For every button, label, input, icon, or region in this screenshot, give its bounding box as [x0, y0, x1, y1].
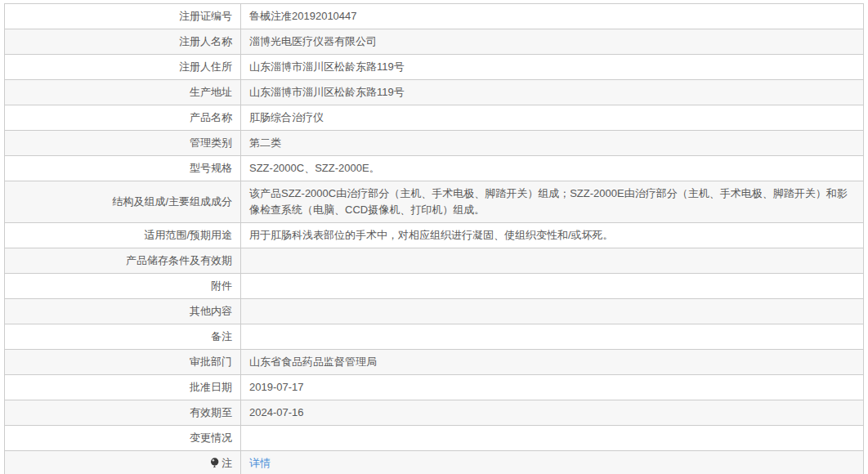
table-row: 型号规格 SZZ-2000C、SZZ-2000E。: [5, 156, 864, 181]
table-row: 注 详情: [5, 451, 864, 474]
row-value: 山东省食品药品监督管理局: [249, 356, 377, 368]
row-label-cell: 管理类别: [5, 131, 241, 156]
table-row: 产品储存条件及有效期: [5, 248, 864, 274]
row-value-cell: 肛肠综合治疗仪: [241, 105, 864, 131]
note-balloon-icon: [210, 457, 220, 467]
row-label: 型号规格: [190, 162, 232, 174]
row-label-cell: 型号规格: [5, 156, 241, 181]
row-label-cell: 审批部门: [5, 350, 241, 375]
row-label-cell: 注: [5, 451, 241, 474]
row-label: 结构及组成/主要组成成分: [112, 195, 232, 208]
row-value-cell: [241, 324, 864, 350]
table-row: 结构及组成/主要组成成分 该产品SZZ-2000C由治疗部分（主机、手术电极、脚…: [5, 181, 864, 223]
registration-table: 注册证编号 鲁械注准20192010447 注册人名称 淄博光电医疗仪器有限公司…: [4, 3, 864, 474]
table-row: 注册人名称 淄博光电医疗仪器有限公司: [5, 29, 864, 55]
row-value: 肛肠综合治疗仪: [249, 111, 324, 123]
table-row: 适用范围/预期用途 用于肛肠科浅表部位的手术中，对相应组织进行凝固、使组织变性和…: [5, 223, 864, 248]
row-value-cell: 详情: [241, 451, 864, 474]
row-label-cell: 结构及组成/主要组成成分: [5, 181, 241, 223]
row-label-cell: 注册人名称: [5, 29, 241, 55]
row-value-cell: 山东省食品药品监督管理局: [241, 350, 864, 375]
row-value: 第二类: [249, 136, 281, 149]
row-label-cell: 其他内容: [5, 299, 241, 324]
row-value: 2019-07-17: [249, 381, 304, 393]
row-value: 用于肛肠科浅表部位的手术中，对相应组织进行凝固、使组织变性和/或坏死。: [249, 229, 614, 241]
row-label: 适用范围/预期用途: [144, 229, 232, 241]
row-label-cell: 备注: [5, 324, 241, 350]
row-label: 注册证编号: [179, 10, 232, 22]
row-value: 淄博光电医疗仪器有限公司: [249, 35, 377, 47]
row-label: 备注: [211, 330, 232, 342]
table-row: 有效期至 2024-07-16: [5, 400, 864, 426]
row-label: 产品储存条件及有效期: [126, 254, 232, 266]
row-value-cell: 用于肛肠科浅表部位的手术中，对相应组织进行凝固、使组织变性和/或坏死。: [241, 223, 864, 248]
row-label: 注: [221, 457, 232, 469]
table-row: 批准日期 2019-07-17: [5, 375, 864, 400]
detail-link[interactable]: 详情: [249, 457, 271, 469]
row-label: 产品名称: [190, 111, 232, 123]
table-row: 审批部门 山东省食品药品监督管理局: [5, 350, 864, 375]
row-value: SZZ-2000C、SZZ-2000E。: [249, 162, 380, 174]
row-label: 审批部门: [190, 356, 232, 368]
row-label: 管理类别: [190, 136, 232, 149]
row-label-cell: 注册人住所: [5, 55, 241, 80]
row-label-cell: 批准日期: [5, 375, 241, 400]
table-row: 管理类别 第二类: [5, 131, 864, 156]
row-value-cell: 鲁械注准20192010447: [241, 4, 864, 29]
row-value-cell: 淄博光电医疗仪器有限公司: [241, 29, 864, 55]
table-row: 变更情况: [5, 426, 864, 451]
row-value: 山东淄博市淄川区松龄东路119号: [249, 86, 405, 98]
row-label-cell: 生产地址: [5, 80, 241, 105]
row-value-cell: [241, 299, 864, 324]
table-row: 备注: [5, 324, 864, 350]
row-label: 其他内容: [190, 305, 232, 317]
row-label: 注册人名称: [179, 35, 232, 47]
row-label-cell: 适用范围/预期用途: [5, 223, 241, 248]
row-value-cell: SZZ-2000C、SZZ-2000E。: [241, 156, 864, 181]
row-value-cell: [241, 248, 864, 274]
table-row: 注册人住所 山东淄博市淄川区松龄东路119号: [5, 55, 864, 80]
row-label: 生产地址: [190, 86, 232, 98]
row-label-cell: 注册证编号: [5, 4, 241, 29]
row-label-cell: 变更情况: [5, 426, 241, 451]
row-label-cell: 附件: [5, 274, 241, 299]
row-value-cell: 2024-07-16: [241, 400, 864, 426]
row-label: 附件: [211, 279, 232, 292]
row-value: 山东淄博市淄川区松龄东路119号: [249, 60, 405, 73]
table-row: 生产地址 山东淄博市淄川区松龄东路119号: [5, 80, 864, 105]
row-label-cell: 有效期至: [5, 400, 241, 426]
row-value: 鲁械注准20192010447: [249, 10, 357, 22]
row-label-cell: 产品名称: [5, 105, 241, 131]
row-value: 该产品SZZ-2000C由治疗部分（主机、手术电极、脚踏开关）组成；SZZ-20…: [249, 187, 848, 216]
table-row: 注册证编号 鲁械注准20192010447: [5, 4, 864, 29]
row-value-cell: 2019-07-17: [241, 375, 864, 400]
row-value-cell: [241, 426, 864, 451]
registration-detail-page: 注册证编号 鲁械注准20192010447 注册人名称 淄博光电医疗仪器有限公司…: [0, 0, 868, 474]
row-label-cell: 产品储存条件及有效期: [5, 248, 241, 274]
row-value-cell: [241, 274, 864, 299]
row-label: 注册人住所: [179, 60, 232, 73]
row-value-cell: 该产品SZZ-2000C由治疗部分（主机、手术电极、脚踏开关）组成；SZZ-20…: [241, 181, 864, 223]
table-row: 其他内容: [5, 299, 864, 324]
row-value-cell: 第二类: [241, 131, 864, 156]
row-value-cell: 山东淄博市淄川区松龄东路119号: [241, 80, 864, 105]
row-label: 批准日期: [190, 381, 232, 393]
row-value: 2024-07-16: [249, 406, 304, 418]
table-row: 附件: [5, 274, 864, 299]
row-label: 变更情况: [190, 432, 232, 444]
row-label: 有效期至: [190, 406, 232, 418]
table-row: 产品名称 肛肠综合治疗仪: [5, 105, 864, 131]
row-value-cell: 山东淄博市淄川区松龄东路119号: [241, 55, 864, 80]
